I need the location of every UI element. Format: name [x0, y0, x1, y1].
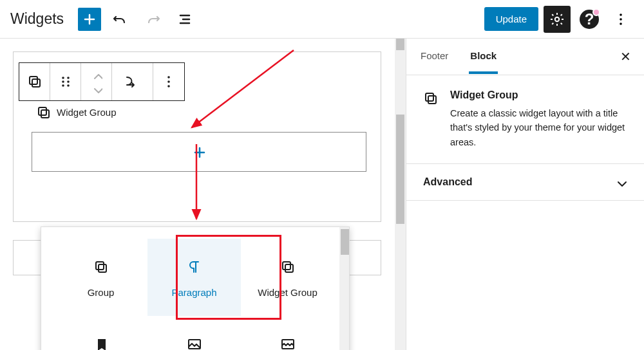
- add-block-button[interactable]: [78, 8, 101, 31]
- block-info-description: Create a classic widget layout with a ti…: [450, 106, 626, 149]
- widget-area-box[interactable]: Widget Group: [13, 51, 381, 222]
- widget-group-heading: Widget Group: [36, 105, 117, 119]
- scrollbar[interactable]: [339, 227, 349, 350]
- inner-block-placeholder[interactable]: [32, 132, 366, 172]
- settings-button[interactable]: [544, 6, 571, 33]
- inserter-item-group[interactable]: Group: [54, 239, 147, 316]
- sidebar-tabs: Footer Block ✕: [406, 39, 644, 75]
- update-button[interactable]: Update: [484, 7, 538, 31]
- inserter-item-heading[interactable]: Heading: [54, 316, 147, 350]
- inserter-item-paragraph[interactable]: Paragraph: [147, 239, 241, 316]
- inserter-item-label: Group: [88, 287, 115, 298]
- group-icon: [93, 257, 109, 277]
- inserter-item-widget-group[interactable]: Widget Group: [241, 239, 334, 316]
- divider: [406, 200, 644, 201]
- inserter-item-label: Paragraph: [171, 287, 216, 298]
- help-button-wrap: ?: [580, 10, 599, 29]
- paragraph-icon: [187, 257, 202, 277]
- topbar-right: Update ?: [484, 6, 634, 33]
- block-toolbar: [19, 62, 185, 101]
- top-toolbar: Widgets Update ?: [0, 0, 644, 39]
- group-icon: [36, 105, 50, 119]
- chevron-up-icon[interactable]: [91, 69, 102, 81]
- advanced-panel-toggle[interactable]: Advanced: [406, 164, 644, 200]
- block-type-button[interactable]: [19, 63, 50, 100]
- topbar-left: Widgets: [10, 6, 198, 32]
- block-movers[interactable]: [81, 63, 112, 100]
- notification-dot-icon: [592, 8, 600, 16]
- block-inserter-popover: Group Paragraph Widget Group Heading Ima…: [41, 226, 350, 350]
- drag-handle[interactable]: [50, 63, 81, 100]
- more-menu-button[interactable]: [608, 6, 634, 32]
- inserter-item-image[interactable]: Image: [147, 316, 241, 350]
- transform-button[interactable]: [112, 63, 153, 100]
- tab-footer[interactable]: Footer: [419, 40, 450, 74]
- group-icon: [280, 257, 296, 277]
- tab-block[interactable]: Block: [469, 40, 498, 74]
- list-view-button[interactable]: [172, 6, 198, 32]
- page-title: Widgets: [10, 10, 64, 28]
- gallery-icon: [280, 335, 296, 351]
- inserter-item-label: Widget Group: [258, 287, 317, 298]
- inserter-item-gallery[interactable]: Gallery: [241, 316, 334, 350]
- settings-sidebar: Footer Block ✕ Widget Group Create a cla…: [406, 39, 644, 350]
- scrollbar[interactable]: [395, 39, 406, 350]
- block-more-button[interactable]: [153, 63, 184, 100]
- advanced-label: Advanced: [423, 176, 472, 188]
- heading-icon: [94, 335, 108, 351]
- image-icon: [187, 335, 202, 351]
- widget-group-label-text: Widget Group: [57, 107, 117, 118]
- block-info-title: Widget Group: [450, 89, 626, 101]
- chevron-down-icon[interactable]: [91, 82, 102, 94]
- editor-canvas: Widget Group Group: [0, 39, 406, 350]
- group-icon: [423, 89, 439, 149]
- close-sidebar-button[interactable]: ✕: [620, 49, 631, 64]
- redo-button[interactable]: [140, 6, 166, 32]
- chevron-down-icon: [614, 176, 627, 189]
- undo-button[interactable]: [108, 6, 133, 32]
- block-info-panel: Widget Group Create a classic widget lay…: [406, 75, 644, 163]
- insert-block-icon[interactable]: [192, 145, 206, 159]
